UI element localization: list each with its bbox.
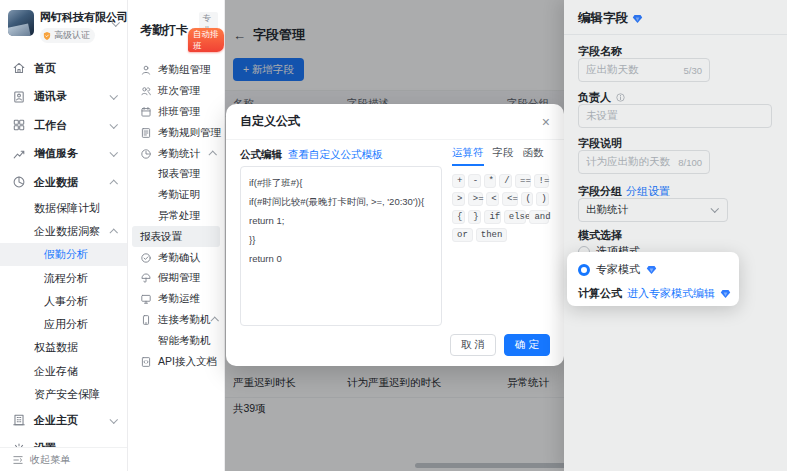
editor-header: 公式编辑 查看自定义公式模板 xyxy=(240,148,383,162)
operator-button[interactable]: > xyxy=(452,192,465,206)
sidebar-item[interactable]: 权益数据 xyxy=(0,336,127,359)
app-nav-item-label: 假期管理 xyxy=(158,271,200,285)
services-icon xyxy=(12,147,26,161)
sidebar-item-label: 增值服务 xyxy=(34,146,78,161)
collapse-menu-button[interactable]: 收起菜单 xyxy=(0,447,127,471)
sidebar-item[interactable]: 企业存储 xyxy=(0,360,127,383)
app-nav-item[interactable]: 班次管理 xyxy=(128,81,224,102)
operator-button[interactable]: then xyxy=(476,228,508,242)
org-sidebar: 网钉科技有限公司 高级认证 首页 通讯录 工 xyxy=(0,0,128,471)
operator-grid: +-*/==!=>>=<<=(){}ifelseandorthen xyxy=(452,174,552,242)
sidebar-item-label: 工作台 xyxy=(34,118,67,133)
app-nav-item[interactable]: 报表设置 xyxy=(132,226,220,247)
app-nav-item[interactable]: 报表管理 xyxy=(128,164,224,185)
app-nav-item[interactable]: 考勤统计 xyxy=(128,143,224,164)
sidebar-item[interactable]: 人事分析 xyxy=(0,290,127,313)
app-nav-item-label: 考勤组管理 xyxy=(158,63,211,77)
expert-mode-radio-row[interactable]: 专家模式 xyxy=(578,262,657,277)
confirm-button[interactable]: 确 定 xyxy=(504,334,550,356)
people-icon xyxy=(140,85,152,97)
app-nav-item-label: 异常处理 xyxy=(158,209,200,223)
company-name: 网钉科技有限公司 xyxy=(40,10,111,25)
app-nav-item[interactable]: 连接考勤机 xyxy=(128,310,224,331)
operator-button[interactable]: { xyxy=(452,210,465,224)
sidebar-item[interactable]: 增值服务 xyxy=(0,140,127,169)
app-nav-item[interactable]: API接入文档 xyxy=(128,351,224,372)
calendar-icon xyxy=(140,106,152,118)
tab-functions[interactable]: 函数 xyxy=(523,146,544,166)
sidebar-item[interactable]: 企业主页 xyxy=(0,406,127,435)
app-nav-item-label: 考勤统计 xyxy=(158,147,200,161)
app-nav-item[interactable]: 考勤运维 xyxy=(128,289,224,310)
sidebar-item[interactable]: 通讯录 xyxy=(0,83,127,112)
formula-editor[interactable]: if(#排了班#){if(#时间比较#(最晚打卡时间, >=, '20:30')… xyxy=(240,166,442,326)
operator-button[interactable]: + xyxy=(452,174,465,188)
tab-fields[interactable]: 字段 xyxy=(493,146,514,166)
app-nav-item[interactable]: 考勤证明 xyxy=(128,185,224,206)
operator-button[interactable]: == xyxy=(515,174,531,188)
sidebar-item[interactable]: 企业数据洞察 xyxy=(0,220,127,243)
field-desc-input[interactable]: 计为应出勤的天数 8/100 xyxy=(578,150,710,174)
operator-button[interactable]: != xyxy=(534,174,550,188)
app-nav-item[interactable]: 假期管理 xyxy=(128,268,224,289)
cert-badge: 高级认证 xyxy=(40,28,95,43)
sidebar-item[interactable]: 数据保障计划 xyxy=(0,197,127,220)
operator-button[interactable]: else xyxy=(504,210,527,224)
sidebar-item[interactable]: 工作台 xyxy=(0,111,127,140)
operator-button[interactable]: <= xyxy=(502,192,518,206)
chevron-up-icon xyxy=(211,315,219,325)
rules-icon xyxy=(140,127,152,139)
chevron-down-icon xyxy=(111,19,121,29)
operator-button[interactable]: - xyxy=(468,174,481,188)
shield-icon xyxy=(42,31,52,41)
editor-label: 公式编辑 xyxy=(240,148,282,162)
info-icon xyxy=(615,92,626,103)
sidebar-item[interactable]: 应用分析 xyxy=(0,313,127,336)
app-nav-item[interactable]: 考勤确认 xyxy=(128,247,224,268)
pro-gem-icon xyxy=(720,288,731,299)
operator-button[interactable]: < xyxy=(486,192,499,206)
operator-button[interactable]: ) xyxy=(536,192,549,206)
operator-button[interactable]: ( xyxy=(521,192,534,206)
formula-template-link[interactable]: 查看自定义公式模板 xyxy=(288,148,383,162)
ops-icon xyxy=(140,293,152,305)
app-nav-item-label: 智能考勤机 xyxy=(158,334,211,348)
app-nav-item[interactable]: 异常处理 xyxy=(128,206,224,227)
app-nav-item[interactable]: 考勤规则管理 xyxy=(128,122,224,143)
app-nav-item[interactable]: 排班管理 xyxy=(128,102,224,123)
operator-button[interactable]: / xyxy=(499,174,512,188)
tab-operators[interactable]: 运算符 xyxy=(452,146,484,166)
sidebar-item[interactable]: 假勤分析 xyxy=(0,243,127,266)
sidebar-item[interactable]: 首页 xyxy=(0,54,127,83)
operator-button[interactable]: if xyxy=(484,210,500,224)
field-group-select[interactable]: 出勤统计 xyxy=(578,198,728,222)
company-logo xyxy=(8,10,34,36)
field-desc-value: 计为应出勤的天数 xyxy=(586,155,674,169)
owner-value: 未设置 xyxy=(586,109,764,123)
owner-input[interactable]: 未设置 xyxy=(578,104,772,128)
formula-code-line: }} xyxy=(249,230,433,249)
group-settings-link[interactable]: 分组设置 xyxy=(626,184,670,199)
sidebar-item[interactable]: 流程分析 xyxy=(0,266,127,289)
company-switcher[interactable]: 网钉科技有限公司 高级认证 xyxy=(0,0,127,48)
app-nav-item-label: 排班管理 xyxy=(158,105,200,119)
sidebar-item[interactable]: 资产安全保障 xyxy=(0,383,127,406)
app-nav-item-label: 报表管理 xyxy=(158,167,200,181)
operator-button[interactable]: } xyxy=(468,210,481,224)
app-nav-item[interactable]: 考勤组管理 xyxy=(128,60,224,81)
operator-button[interactable]: >= xyxy=(468,192,484,206)
sidebar-item-label: 权益数据 xyxy=(34,340,78,355)
sidebar-item[interactable]: 企业数据 xyxy=(0,168,127,197)
app-nav-item[interactable]: 智能考勤机 xyxy=(128,330,224,351)
app-nav-item-label: 班次管理 xyxy=(158,84,200,98)
cancel-button[interactable]: 取 消 xyxy=(450,334,496,356)
operator-button[interactable]: * xyxy=(484,174,497,188)
enter-expert-mode-link[interactable]: 进入专家模式编辑 xyxy=(627,286,715,301)
collapse-menu-label: 收起菜单 xyxy=(30,453,70,467)
operator-button[interactable]: and xyxy=(529,210,549,224)
operator-button[interactable]: or xyxy=(452,228,473,242)
confirm-icon xyxy=(140,252,152,264)
field-name-input[interactable]: 应出勤天数 5/30 xyxy=(578,58,710,82)
radio-checked-icon[interactable] xyxy=(578,264,590,276)
close-icon[interactable]: × xyxy=(542,115,550,129)
